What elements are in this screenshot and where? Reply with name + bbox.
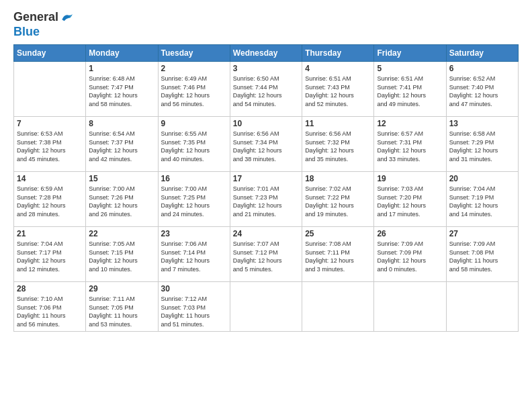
day-info: Sunrise: 6:53 AM Sunset: 7:38 PM Dayligh…	[17, 130, 83, 163]
day-number: 29	[89, 284, 154, 293]
day-info: Sunrise: 6:57 AM Sunset: 7:31 PM Dayligh…	[377, 130, 443, 163]
day-number: 9	[161, 119, 227, 128]
day-number: 20	[449, 174, 515, 183]
logo-general: General	[13, 10, 58, 25]
day-info: Sunrise: 7:07 AM Sunset: 7:12 PM Dayligh…	[233, 240, 299, 273]
day-number: 26	[377, 229, 443, 238]
day-info: Sunrise: 7:10 AM Sunset: 7:06 PM Dayligh…	[17, 295, 83, 328]
day-number: 8	[89, 119, 154, 128]
day-info: Sunrise: 6:51 AM Sunset: 7:41 PM Dayligh…	[377, 75, 443, 108]
calendar-cell: 23Sunrise: 7:06 AM Sunset: 7:14 PM Dayli…	[158, 227, 230, 282]
day-info: Sunrise: 7:09 AM Sunset: 7:08 PM Dayligh…	[449, 240, 515, 273]
weekday-header-row: Sunday Monday Tuesday Wednesday Thursday…	[14, 45, 519, 62]
day-info: Sunrise: 6:52 AM Sunset: 7:40 PM Dayligh…	[449, 75, 515, 108]
calendar-cell: 18Sunrise: 7:02 AM Sunset: 7:22 PM Dayli…	[302, 172, 374, 227]
calendar-cell: 3Sunrise: 6:50 AM Sunset: 7:44 PM Daylig…	[230, 62, 302, 117]
calendar-cell: 12Sunrise: 6:57 AM Sunset: 7:31 PM Dayli…	[374, 117, 446, 172]
day-info: Sunrise: 6:51 AM Sunset: 7:43 PM Dayligh…	[305, 75, 371, 108]
day-info: Sunrise: 7:04 AM Sunset: 7:19 PM Dayligh…	[449, 185, 515, 218]
day-number: 17	[233, 174, 299, 183]
header-saturday: Saturday	[446, 45, 518, 62]
day-number: 28	[17, 284, 83, 293]
day-number: 14	[17, 174, 83, 183]
logo-bird-icon	[60, 13, 73, 22]
calendar-cell: 5Sunrise: 6:51 AM Sunset: 7:41 PM Daylig…	[374, 62, 446, 117]
calendar-cell	[446, 282, 518, 331]
calendar-cell: 20Sunrise: 7:04 AM Sunset: 7:19 PM Dayli…	[446, 172, 518, 227]
logo-blue: Blue	[13, 25, 40, 40]
calendar-cell: 16Sunrise: 7:00 AM Sunset: 7:25 PM Dayli…	[158, 172, 230, 227]
day-number: 10	[233, 119, 299, 128]
calendar-cell: 2Sunrise: 6:49 AM Sunset: 7:46 PM Daylig…	[158, 62, 230, 117]
day-info: Sunrise: 7:01 AM Sunset: 7:23 PM Dayligh…	[233, 185, 299, 218]
calendar-cell: 7Sunrise: 6:53 AM Sunset: 7:38 PM Daylig…	[14, 117, 86, 172]
calendar-cell: 9Sunrise: 6:55 AM Sunset: 7:35 PM Daylig…	[158, 117, 230, 172]
calendar-cell: 4Sunrise: 6:51 AM Sunset: 7:43 PM Daylig…	[302, 62, 374, 117]
calendar-cell: 10Sunrise: 6:56 AM Sunset: 7:34 PM Dayli…	[230, 117, 302, 172]
day-number: 15	[89, 174, 154, 183]
day-info: Sunrise: 7:05 AM Sunset: 7:15 PM Dayligh…	[89, 240, 154, 273]
header-monday: Monday	[86, 45, 158, 62]
day-info: Sunrise: 6:50 AM Sunset: 7:44 PM Dayligh…	[233, 75, 299, 108]
day-info: Sunrise: 7:04 AM Sunset: 7:17 PM Dayligh…	[17, 240, 83, 273]
calendar-cell: 28Sunrise: 7:10 AM Sunset: 7:06 PM Dayli…	[14, 282, 86, 331]
calendar-table: Sunday Monday Tuesday Wednesday Thursday…	[13, 44, 519, 331]
day-info: Sunrise: 6:56 AM Sunset: 7:34 PM Dayligh…	[233, 130, 299, 163]
calendar-cell: 1Sunrise: 6:48 AM Sunset: 7:47 PM Daylig…	[86, 62, 158, 117]
calendar-cell: 11Sunrise: 6:56 AM Sunset: 7:32 PM Dayli…	[302, 117, 374, 172]
calendar-cell: 27Sunrise: 7:09 AM Sunset: 7:08 PM Dayli…	[446, 227, 518, 282]
day-info: Sunrise: 7:00 AM Sunset: 7:26 PM Dayligh…	[89, 185, 154, 218]
day-number: 3	[233, 64, 299, 73]
day-number: 1	[89, 64, 154, 73]
day-info: Sunrise: 7:09 AM Sunset: 7:09 PM Dayligh…	[377, 240, 443, 273]
calendar-cell	[14, 62, 86, 117]
calendar-cell: 15Sunrise: 7:00 AM Sunset: 7:26 PM Dayli…	[86, 172, 158, 227]
day-number: 27	[449, 229, 515, 238]
header-wednesday: Wednesday	[230, 45, 302, 62]
day-number: 16	[161, 174, 227, 183]
day-info: Sunrise: 6:48 AM Sunset: 7:47 PM Dayligh…	[89, 75, 154, 108]
day-number: 21	[17, 229, 83, 238]
day-info: Sunrise: 7:00 AM Sunset: 7:25 PM Dayligh…	[161, 185, 227, 218]
day-number: 12	[377, 119, 443, 128]
header-thursday: Thursday	[302, 45, 374, 62]
day-number: 11	[305, 119, 371, 128]
calendar-cell: 14Sunrise: 6:59 AM Sunset: 7:28 PM Dayli…	[14, 172, 86, 227]
calendar-cell: 25Sunrise: 7:08 AM Sunset: 7:11 PM Dayli…	[302, 227, 374, 282]
day-number: 24	[233, 229, 299, 238]
day-info: Sunrise: 6:54 AM Sunset: 7:37 PM Dayligh…	[89, 130, 154, 163]
day-number: 2	[161, 64, 227, 73]
calendar-cell	[374, 282, 446, 331]
header-tuesday: Tuesday	[158, 45, 230, 62]
calendar-cell	[230, 282, 302, 331]
day-number: 7	[17, 119, 83, 128]
calendar-cell: 29Sunrise: 7:11 AM Sunset: 7:05 PM Dayli…	[86, 282, 158, 331]
header-friday: Friday	[374, 45, 446, 62]
day-info: Sunrise: 6:58 AM Sunset: 7:29 PM Dayligh…	[449, 130, 515, 163]
calendar-cell: 6Sunrise: 6:52 AM Sunset: 7:40 PM Daylig…	[446, 62, 518, 117]
calendar-cell: 30Sunrise: 7:12 AM Sunset: 7:03 PM Dayli…	[158, 282, 230, 331]
day-number: 5	[377, 64, 443, 73]
calendar-cell	[302, 282, 374, 331]
day-info: Sunrise: 7:02 AM Sunset: 7:22 PM Dayligh…	[305, 185, 371, 218]
header-sunday: Sunday	[14, 45, 86, 62]
calendar-cell: 21Sunrise: 7:04 AM Sunset: 7:17 PM Dayli…	[14, 227, 86, 282]
page-header: General Blue	[13, 10, 519, 39]
day-info: Sunrise: 6:49 AM Sunset: 7:46 PM Dayligh…	[161, 75, 227, 108]
day-info: Sunrise: 6:56 AM Sunset: 7:32 PM Dayligh…	[305, 130, 371, 163]
day-number: 18	[305, 174, 371, 183]
day-info: Sunrise: 7:11 AM Sunset: 7:05 PM Dayligh…	[89, 295, 154, 328]
day-number: 19	[377, 174, 443, 183]
day-number: 13	[449, 119, 515, 128]
calendar-cell: 8Sunrise: 6:54 AM Sunset: 7:37 PM Daylig…	[86, 117, 158, 172]
day-info: Sunrise: 6:59 AM Sunset: 7:28 PM Dayligh…	[17, 185, 83, 218]
day-info: Sunrise: 7:06 AM Sunset: 7:14 PM Dayligh…	[161, 240, 227, 273]
calendar-cell: 22Sunrise: 7:05 AM Sunset: 7:15 PM Dayli…	[86, 227, 158, 282]
logo: General Blue	[13, 10, 73, 39]
day-info: Sunrise: 7:03 AM Sunset: 7:20 PM Dayligh…	[377, 185, 443, 218]
day-number: 30	[161, 284, 227, 293]
day-number: 23	[161, 229, 227, 238]
day-info: Sunrise: 7:08 AM Sunset: 7:11 PM Dayligh…	[305, 240, 371, 273]
day-info: Sunrise: 6:55 AM Sunset: 7:35 PM Dayligh…	[161, 130, 227, 163]
calendar-cell: 19Sunrise: 7:03 AM Sunset: 7:20 PM Dayli…	[374, 172, 446, 227]
